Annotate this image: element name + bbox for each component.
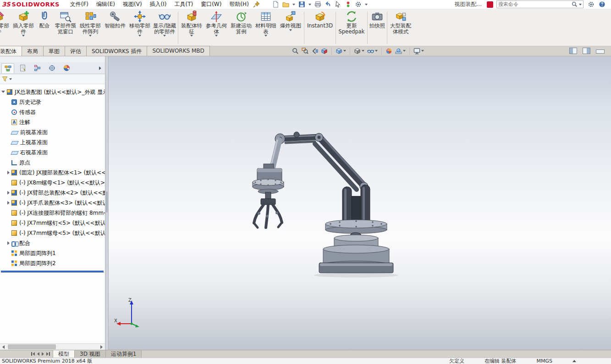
filter-funnel-icon[interactable]: [2, 76, 8, 82]
menu-help[interactable]: 帮助(H): [226, 0, 252, 9]
expander-icon[interactable]: [1, 91, 5, 95]
chevron-up-icon[interactable]: [572, 360, 576, 362]
ribbon-button-reference-geometry[interactable]: 参考几何体: [204, 10, 229, 46]
panel-splitter[interactable]: [105, 56, 109, 350]
tab-layout[interactable]: 布局: [22, 46, 44, 56]
apply-scene-button[interactable]: [394, 46, 407, 55]
scroll-right-button[interactable]: [98, 344, 105, 350]
tab-3d-views[interactable]: 3D 视图: [75, 350, 106, 358]
ribbon-button-linear-component-pattern[interactable]: 线性零部件阵列: [78, 10, 103, 46]
view-orientation-button[interactable]: [335, 46, 347, 55]
tab-model[interactable]: 模型: [53, 350, 75, 358]
help-icon[interactable]: [599, 1, 605, 8]
last-tab-button[interactable]: [46, 352, 50, 356]
chevron-down-icon[interactable]: [308, 4, 311, 5]
tree-item-root-assembly[interactable]: JX总装配图 (默认<<默认>_外观 显示状...: [0, 87, 105, 97]
menu-edit[interactable]: 编辑(E): [93, 0, 119, 9]
tree-item-gripper-assembly[interactable]: (-) JX手爪装配体<3> (默认<<默认>: [0, 198, 105, 208]
ribbon-button-edit-component[interactable]: 编辑零部件: [0, 10, 11, 46]
pin-icon[interactable]: [253, 1, 260, 8]
view-settings-button[interactable]: [413, 46, 425, 55]
tab-property-manager[interactable]: [16, 63, 29, 73]
tab-dimxpert-manager[interactable]: [45, 63, 58, 73]
left-pane-toggle-icon[interactable]: [569, 48, 577, 54]
search-input[interactable]: [498, 1, 570, 7]
scrollbar-thumb[interactable]: [8, 344, 56, 349]
tab-feature-manager[interactable]: [1, 63, 14, 73]
zoom-fit-button[interactable]: [291, 46, 300, 55]
print-icon[interactable]: [314, 1, 321, 8]
tree-item-right-plane[interactable]: 右视基准面: [0, 147, 105, 158]
search-icon[interactable]: [572, 1, 578, 7]
options-gear-icon[interactable]: [355, 1, 362, 8]
tree-item-sensors[interactable]: 传感器: [0, 107, 105, 117]
menu-window[interactable]: 窗口(W): [197, 0, 225, 9]
chevron-down-icon[interactable]: [365, 4, 368, 5]
chevron-down-icon[interactable]: [9, 78, 12, 80]
right-pane-toggle-icon[interactable]: [583, 48, 590, 54]
save-icon[interactable]: [298, 1, 305, 8]
tab-solidworks-mbd[interactable]: SOLIDWORKS MBD: [147, 46, 209, 56]
ribbon-button-move-component[interactable]: 移动零部件: [127, 10, 152, 46]
ribbon-button-assembly-features[interactable]: 装配体特征: [179, 10, 204, 46]
ribbon-button-bill-of-materials[interactable]: 材料明细表: [253, 10, 278, 46]
expander-icon[interactable]: [7, 171, 10, 174]
new-document-icon[interactable]: [272, 1, 279, 8]
tree-item-history[interactable]: 历史记录: [0, 97, 105, 107]
tree-item-annotations[interactable]: A 注解: [0, 117, 105, 127]
tree-item-waist-assembly[interactable]: (固定) JX腰部装配体<1> (默认<<默: [0, 168, 105, 178]
tab-display-manager[interactable]: [60, 63, 73, 73]
tab-sketch[interactable]: 草图: [43, 46, 65, 56]
tree-item-nut-8m[interactable]: (-) JX8m螺母<1> (默认<<默认>_显: [0, 178, 105, 188]
ribbon-button-instant3d[interactable]: Instant3D: [305, 10, 335, 46]
tab-solidworks-addins[interactable]: SOLIDWORKS 插件: [86, 46, 147, 56]
ribbon-button-new-motion-study[interactable]: 新建运动算例: [229, 10, 253, 46]
units-label[interactable]: MMGS: [537, 358, 553, 364]
tree-item-screw-7mm[interactable]: (-) JX7mm螺钉<5> (默认<<默认>_: [0, 218, 105, 228]
tree-item-nut-7mm[interactable]: (-) JX7mm螺母<5> (默认<<默认>_: [0, 228, 105, 238]
menu-file[interactable]: 文件(F): [66, 0, 92, 9]
tree-item-circular-pattern-2[interactable]: 局部圆周阵列2: [0, 258, 105, 268]
tab-evaluate[interactable]: 评估: [65, 46, 87, 56]
chevron-down-icon[interactable]: [579, 4, 582, 5]
ribbon-button-mate[interactable]: 配合: [36, 10, 53, 46]
ribbon-button-take-snapshot[interactable]: 拍快照: [369, 10, 386, 46]
graphics-area[interactable]: Z X: [109, 56, 611, 350]
tree-item-front-plane[interactable]: 前视基准面: [0, 127, 105, 137]
ribbon-button-insert-component[interactable]: 插入零部件: [11, 10, 36, 46]
zoom-area-button[interactable]: [301, 46, 309, 55]
tree-item-connecting-screw-8mm[interactable]: (-) JX连接腰部和臂部的螺钉 8mm<5: [0, 208, 105, 218]
ribbon-button-large-assembly-mode[interactable]: 大型装配体模式: [388, 10, 413, 46]
panel-flyout-button[interactable]: [96, 65, 104, 72]
select-cursor-icon[interactable]: [335, 1, 341, 8]
tab-configuration-manager[interactable]: [31, 63, 44, 73]
tab-motion-study-1[interactable]: 运动算例1: [106, 350, 142, 358]
ribbon-button-show-hide-components[interactable]: 显示/隐藏的零部件: [152, 10, 177, 46]
tree-item-circular-pattern-1[interactable]: 局部圆周阵列1: [0, 248, 105, 258]
settings-gear-icon[interactable]: [588, 1, 594, 8]
collapse-pane-toggle-icon[interactable]: [596, 49, 605, 54]
display-style-button[interactable]: [353, 46, 365, 55]
previous-view-button[interactable]: [310, 46, 319, 55]
first-tab-button[interactable]: [31, 352, 35, 356]
rollback-bar[interactable]: [1, 271, 104, 272]
menu-view[interactable]: 视图(V): [119, 0, 146, 9]
ribbon-button-exploded-view[interactable]: 爆炸视图: [278, 10, 303, 46]
edit-appearance-button[interactable]: [385, 46, 393, 55]
next-tab-button[interactable]: [42, 352, 44, 356]
tree-item-mates[interactable]: 配合: [0, 238, 105, 248]
rebuild-icon[interactable]: [345, 1, 352, 8]
tab-assembly[interactable]: 装配体: [0, 46, 22, 56]
ribbon-button-smart-fasteners[interactable]: 智能扣件: [103, 10, 127, 46]
expander-icon[interactable]: [7, 191, 10, 195]
chevron-down-icon[interactable]: [292, 4, 295, 5]
tree-item-arm-assembly[interactable]: (-) JX臂部总装配体<2> (默认<<默认: [0, 188, 105, 198]
expander-icon[interactable]: [7, 201, 10, 205]
menu-insert[interactable]: 插入(I): [146, 0, 171, 9]
tree-item-origin[interactable]: 原点: [0, 158, 105, 168]
expander-icon[interactable]: [7, 241, 10, 245]
undo-icon[interactable]: [325, 1, 331, 8]
scroll-left-button[interactable]: [0, 344, 7, 350]
menu-tools[interactable]: 工具(T): [171, 0, 197, 9]
prev-tab-button[interactable]: [37, 352, 39, 356]
